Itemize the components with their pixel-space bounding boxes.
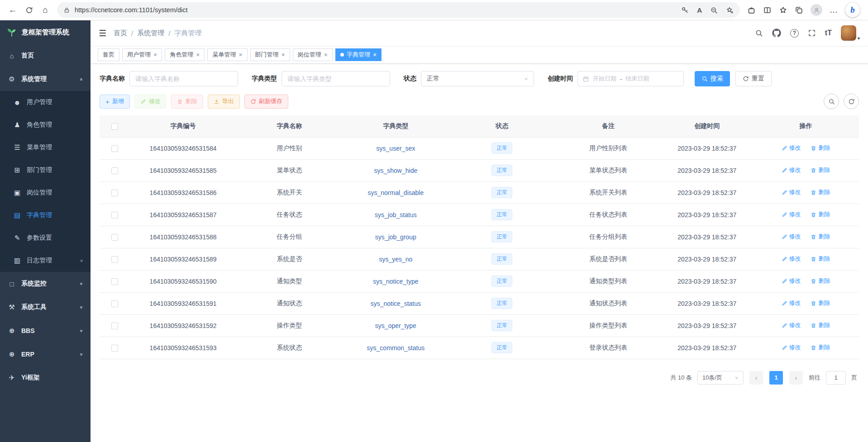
sidebar-item-param-settings[interactable]: ✎ 参数设置 [0,227,91,249]
tab-post-mgmt[interactable]: 岗位管理× [293,48,333,61]
status-select[interactable]: 正常 ∨ [421,71,534,86]
dict-type-link[interactable]: sys_common_status [367,344,425,352]
row-checkbox[interactable] [111,167,118,174]
row-edit-button[interactable]: 修改 [782,299,801,307]
row-delete-button[interactable]: 删除 [811,210,830,219]
row-delete-button[interactable]: 删除 [811,343,830,352]
password-key-icon[interactable] [681,6,689,14]
fullscreen-icon[interactable] [808,29,816,37]
sidebar-item-user-mgmt[interactable]: ☻ 用户管理 [0,91,91,114]
collections-icon[interactable] [795,6,803,14]
avatar[interactable] [841,25,856,41]
dict-type-link[interactable]: sys_oper_type [375,322,416,329]
sidebar-item-yi-framework[interactable]: ✈ Yi框架 [0,366,91,390]
close-icon[interactable]: × [281,52,285,58]
row-checkbox[interactable] [111,212,118,219]
tab-menu-mgmt[interactable]: 菜单管理× [207,48,247,61]
close-icon[interactable]: × [196,52,200,58]
help-icon[interactable]: ? [790,29,799,38]
browser-profile-avatar[interactable] [811,4,822,16]
tab-dept-mgmt[interactable]: 部门管理× [250,48,290,61]
row-delete-button[interactable]: 删除 [811,144,830,152]
add-favorite-star-icon[interactable] [726,6,734,14]
user-menu[interactable]: ▾ [841,25,860,41]
row-edit-button[interactable]: 修改 [782,277,801,285]
sidebar-item-system-tools[interactable]: ⚒ 系统工具 ∨ [0,295,91,319]
close-icon[interactable]: × [324,52,328,58]
row-edit-button[interactable]: 修改 [782,144,801,152]
github-icon[interactable] [772,29,781,38]
sidebar-item-log-mgmt[interactable]: ▥ 日志管理 ∨ [0,249,91,272]
row-edit-button[interactable]: 修改 [782,188,801,196]
favorites-icon[interactable] [779,6,787,14]
row-delete-button[interactable]: 删除 [811,277,830,285]
sidebar-item-home[interactable]: ⌂ 首页 [0,44,91,67]
goto-page-input[interactable] [826,371,846,385]
row-checkbox[interactable] [111,256,118,263]
dict-type-link[interactable]: sys_user_sex [377,145,415,152]
page-1-button[interactable]: 1 [769,371,783,385]
bing-icon[interactable]: b [845,3,860,17]
edit-button[interactable]: 修改 [134,95,167,109]
dict-type-link[interactable]: sys_yes_no [379,256,412,263]
sidebar-item-dict-mgmt[interactable]: ▤ 字典管理 [0,204,91,227]
row-delete-button[interactable]: 删除 [811,233,830,241]
row-checkbox[interactable] [111,300,118,307]
tab-user-mgmt[interactable]: 用户管理× [122,48,162,61]
delete-button[interactable]: 删除 [171,95,203,109]
split-screen-icon[interactable] [763,6,772,14]
tab-home[interactable]: 首页 [98,48,119,61]
read-aloud-icon[interactable]: A [697,6,702,14]
row-edit-button[interactable]: 修改 [782,321,801,329]
row-checkbox[interactable] [111,145,118,152]
row-checkbox[interactable] [111,323,118,329]
sidebar-item-system-mgmt[interactable]: ⚙ 系统管理 ∧ [0,67,91,91]
sidebar-item-system-monitor[interactable]: □ 系统监控 ∨ [0,272,91,295]
sidebar-item-erp[interactable]: ⊕ ERP ∨ [0,342,91,366]
font-size-icon[interactable]: tT [825,29,832,37]
row-edit-button[interactable]: 修改 [782,343,801,352]
sidebar-item-post-mgmt[interactable]: ▣ 岗位管理 [0,181,91,204]
reset-button[interactable]: 重置 [735,71,772,86]
row-checkbox[interactable] [111,278,118,285]
prev-page-button[interactable]: ‹ [749,371,763,385]
export-button[interactable]: 导出 [208,95,240,109]
dict-type-link[interactable]: sys_notice_status [371,300,421,307]
add-button[interactable]: + 新增 [100,95,130,109]
browser-home-button[interactable]: ⌂ [37,2,53,18]
row-delete-button[interactable]: 删除 [811,321,830,329]
search-icon[interactable] [755,29,763,37]
zoom-out-icon[interactable] [710,6,718,14]
dict-type-link[interactable]: sys_job_group [375,233,416,241]
sidebar-item-dept-mgmt[interactable]: ⊞ 部门管理 [0,159,91,181]
row-edit-button[interactable]: 修改 [782,166,801,174]
sidebar-item-menu-mgmt[interactable]: ☰ 菜单管理 [0,136,91,159]
tab-dict-mgmt[interactable]: 字典管理× [335,48,382,61]
row-edit-button[interactable]: 修改 [782,255,801,263]
page-size-select[interactable]: 10条/页 ∨ [697,371,744,385]
row-checkbox[interactable] [111,234,118,241]
row-delete-button[interactable]: 删除 [811,255,830,263]
tab-role-mgmt[interactable]: 角色管理× [165,48,205,61]
row-delete-button[interactable]: 删除 [811,299,830,307]
dict-type-link[interactable]: sys_normal_disable [368,189,424,196]
toggle-search-button[interactable] [824,94,839,109]
browser-refresh-button[interactable] [21,2,37,18]
search-button[interactable]: 搜索 [695,71,730,86]
dict-type-link[interactable]: sys_show_hide [374,167,418,174]
breadcrumb-system[interactable]: 系统管理 [137,29,164,38]
row-checkbox[interactable] [111,190,118,196]
dict-name-input[interactable] [129,71,238,86]
refresh-table-button[interactable] [844,94,859,109]
date-range-picker[interactable]: 开始日期 - 结束日期 [577,71,684,86]
sidebar-item-role-mgmt[interactable]: ♟ 角色管理 [0,114,91,136]
row-delete-button[interactable]: 删除 [811,166,830,174]
dict-type-input[interactable] [281,71,390,86]
browser-menu-icon[interactable]: … [830,5,838,15]
hamburger-icon[interactable]: ☰ [99,28,106,38]
row-edit-button[interactable]: 修改 [782,233,801,241]
next-page-button[interactable]: › [789,371,803,385]
select-all-checkbox[interactable] [111,123,118,130]
sidebar-item-bbs[interactable]: ⊕ BBS ∨ [0,319,91,342]
dict-type-link[interactable]: sys_notice_type [373,278,418,285]
